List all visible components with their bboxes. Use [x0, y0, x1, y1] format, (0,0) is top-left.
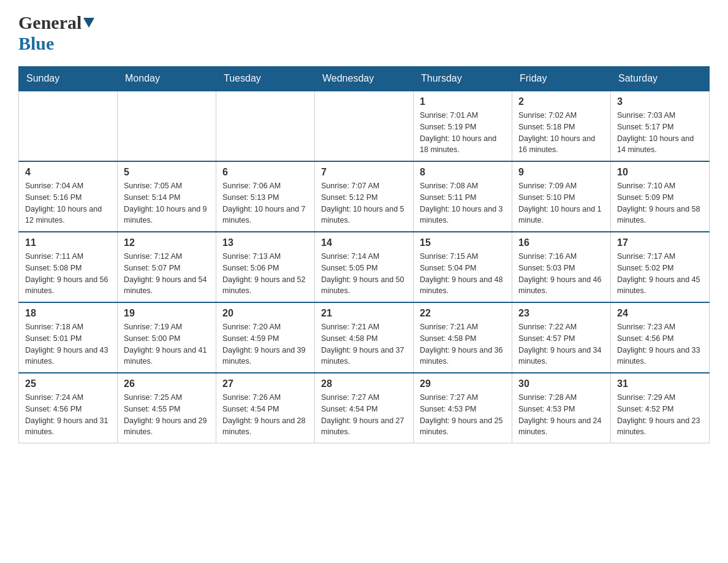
day-info: Sunrise: 7:10 AMSunset: 5:09 PMDaylight:… [617, 180, 703, 226]
col-header-friday: Friday [512, 67, 611, 91]
logo: General Blue [18, 12, 94, 54]
day-info: Sunrise: 7:08 AMSunset: 5:11 PMDaylight:… [420, 180, 506, 226]
calendar-cell: 1Sunrise: 7:01 AMSunset: 5:19 PMDaylight… [414, 91, 512, 161]
day-number: 8 [420, 167, 506, 178]
calendar-cell: 5Sunrise: 7:05 AMSunset: 5:14 PMDaylight… [118, 161, 216, 232]
day-number: 12 [124, 237, 210, 248]
day-number: 19 [124, 308, 210, 319]
day-number: 3 [617, 96, 703, 107]
day-info: Sunrise: 7:25 AMSunset: 4:55 PMDaylight:… [124, 392, 210, 438]
day-number: 30 [518, 378, 604, 389]
calendar-cell: 31Sunrise: 7:29 AMSunset: 4:52 PMDayligh… [611, 373, 710, 443]
day-info: Sunrise: 7:28 AMSunset: 4:53 PMDaylight:… [518, 392, 604, 438]
day-info: Sunrise: 7:07 AMSunset: 5:12 PMDaylight:… [321, 180, 407, 226]
calendar-cell: 14Sunrise: 7:14 AMSunset: 5:05 PMDayligh… [315, 232, 414, 302]
calendar-cell: 13Sunrise: 7:13 AMSunset: 5:06 PMDayligh… [216, 232, 315, 302]
day-info: Sunrise: 7:29 AMSunset: 4:52 PMDaylight:… [617, 392, 703, 438]
day-info: Sunrise: 7:15 AMSunset: 5:04 PMDaylight:… [420, 251, 506, 297]
day-number: 14 [321, 237, 407, 248]
calendar-cell: 6Sunrise: 7:06 AMSunset: 5:13 PMDaylight… [216, 161, 315, 232]
day-number: 10 [617, 167, 703, 178]
calendar-cell [118, 91, 216, 161]
day-number: 6 [222, 167, 308, 178]
calendar-cell: 23Sunrise: 7:22 AMSunset: 4:57 PMDayligh… [512, 302, 611, 373]
page-header: General Blue [18, 12, 710, 54]
day-number: 24 [617, 308, 703, 319]
calendar-cell: 3Sunrise: 7:03 AMSunset: 5:17 PMDaylight… [611, 91, 710, 161]
calendar-cell: 17Sunrise: 7:17 AMSunset: 5:02 PMDayligh… [611, 232, 710, 302]
day-number: 7 [321, 167, 407, 178]
calendar-cell: 15Sunrise: 7:15 AMSunset: 5:04 PMDayligh… [414, 232, 512, 302]
day-number: 26 [124, 378, 210, 389]
day-info: Sunrise: 7:11 AMSunset: 5:08 PMDaylight:… [25, 251, 111, 297]
day-number: 15 [420, 237, 506, 248]
calendar-table: SundayMondayTuesdayWednesdayThursdayFrid… [18, 66, 710, 443]
day-info: Sunrise: 7:06 AMSunset: 5:13 PMDaylight:… [222, 180, 308, 226]
day-info: Sunrise: 7:26 AMSunset: 4:54 PMDaylight:… [222, 392, 308, 438]
day-number: 29 [420, 378, 506, 389]
day-number: 27 [222, 378, 308, 389]
calendar-cell: 18Sunrise: 7:18 AMSunset: 5:01 PMDayligh… [19, 302, 118, 373]
day-number: 21 [321, 308, 407, 319]
day-number: 5 [124, 167, 210, 178]
calendar-cell: 29Sunrise: 7:27 AMSunset: 4:53 PMDayligh… [414, 373, 512, 443]
calendar-cell: 21Sunrise: 7:21 AMSunset: 4:58 PMDayligh… [315, 302, 414, 373]
calendar-cell: 28Sunrise: 7:27 AMSunset: 4:54 PMDayligh… [315, 373, 414, 443]
col-header-wednesday: Wednesday [315, 67, 414, 91]
col-header-monday: Monday [118, 67, 216, 91]
day-info: Sunrise: 7:03 AMSunset: 5:17 PMDaylight:… [617, 110, 703, 156]
svg-marker-0 [83, 18, 94, 28]
calendar-cell: 16Sunrise: 7:16 AMSunset: 5:03 PMDayligh… [512, 232, 611, 302]
day-number: 2 [518, 96, 604, 107]
day-info: Sunrise: 7:01 AMSunset: 5:19 PMDaylight:… [420, 110, 506, 156]
day-number: 11 [25, 237, 111, 248]
day-info: Sunrise: 7:05 AMSunset: 5:14 PMDaylight:… [124, 180, 210, 226]
day-info: Sunrise: 7:09 AMSunset: 5:10 PMDaylight:… [518, 180, 604, 226]
calendar-cell: 30Sunrise: 7:28 AMSunset: 4:53 PMDayligh… [512, 373, 611, 443]
calendar-cell: 4Sunrise: 7:04 AMSunset: 5:16 PMDaylight… [19, 161, 118, 232]
day-number: 25 [25, 378, 111, 389]
day-info: Sunrise: 7:22 AMSunset: 4:57 PMDaylight:… [518, 321, 604, 367]
calendar-cell [315, 91, 414, 161]
calendar-cell: 19Sunrise: 7:19 AMSunset: 5:00 PMDayligh… [118, 302, 216, 373]
calendar-cell [19, 91, 118, 161]
calendar-cell: 11Sunrise: 7:11 AMSunset: 5:08 PMDayligh… [19, 232, 118, 302]
col-header-tuesday: Tuesday [216, 67, 315, 91]
calendar-cell: 10Sunrise: 7:10 AMSunset: 5:09 PMDayligh… [611, 161, 710, 232]
calendar-week-2: 4Sunrise: 7:04 AMSunset: 5:16 PMDaylight… [19, 161, 710, 232]
calendar-cell: 7Sunrise: 7:07 AMSunset: 5:12 PMDaylight… [315, 161, 414, 232]
day-info: Sunrise: 7:23 AMSunset: 4:56 PMDaylight:… [617, 321, 703, 367]
day-info: Sunrise: 7:21 AMSunset: 4:58 PMDaylight:… [420, 321, 506, 367]
calendar-cell: 8Sunrise: 7:08 AMSunset: 5:11 PMDaylight… [414, 161, 512, 232]
day-info: Sunrise: 7:21 AMSunset: 4:58 PMDaylight:… [321, 321, 407, 367]
day-number: 9 [518, 167, 604, 178]
day-number: 20 [222, 308, 308, 319]
day-number: 18 [25, 308, 111, 319]
day-info: Sunrise: 7:18 AMSunset: 5:01 PMDaylight:… [25, 321, 111, 367]
day-number: 31 [617, 378, 703, 389]
calendar-week-1: 1Sunrise: 7:01 AMSunset: 5:19 PMDaylight… [19, 91, 710, 161]
calendar-week-5: 25Sunrise: 7:24 AMSunset: 4:56 PMDayligh… [19, 373, 710, 443]
calendar-cell [216, 91, 315, 161]
logo-arrow-icon [83, 18, 94, 31]
day-info: Sunrise: 7:27 AMSunset: 4:54 PMDaylight:… [321, 392, 407, 438]
day-info: Sunrise: 7:13 AMSunset: 5:06 PMDaylight:… [222, 251, 308, 297]
day-number: 4 [25, 167, 111, 178]
day-number: 16 [518, 237, 604, 248]
col-header-sunday: Sunday [19, 67, 118, 91]
day-number: 22 [420, 308, 506, 319]
calendar-cell: 24Sunrise: 7:23 AMSunset: 4:56 PMDayligh… [611, 302, 710, 373]
day-number: 23 [518, 308, 604, 319]
day-info: Sunrise: 7:17 AMSunset: 5:02 PMDaylight:… [617, 251, 703, 297]
day-info: Sunrise: 7:27 AMSunset: 4:53 PMDaylight:… [420, 392, 506, 438]
day-number: 13 [222, 237, 308, 248]
calendar-header-row: SundayMondayTuesdayWednesdayThursdayFrid… [19, 67, 710, 91]
day-info: Sunrise: 7:20 AMSunset: 4:59 PMDaylight:… [222, 321, 308, 367]
calendar-cell: 9Sunrise: 7:09 AMSunset: 5:10 PMDaylight… [512, 161, 611, 232]
calendar-cell: 2Sunrise: 7:02 AMSunset: 5:18 PMDaylight… [512, 91, 611, 161]
calendar-cell: 12Sunrise: 7:12 AMSunset: 5:07 PMDayligh… [118, 232, 216, 302]
calendar-cell: 25Sunrise: 7:24 AMSunset: 4:56 PMDayligh… [19, 373, 118, 443]
calendar-week-3: 11Sunrise: 7:11 AMSunset: 5:08 PMDayligh… [19, 232, 710, 302]
calendar-week-4: 18Sunrise: 7:18 AMSunset: 5:01 PMDayligh… [19, 302, 710, 373]
calendar-cell: 20Sunrise: 7:20 AMSunset: 4:59 PMDayligh… [216, 302, 315, 373]
